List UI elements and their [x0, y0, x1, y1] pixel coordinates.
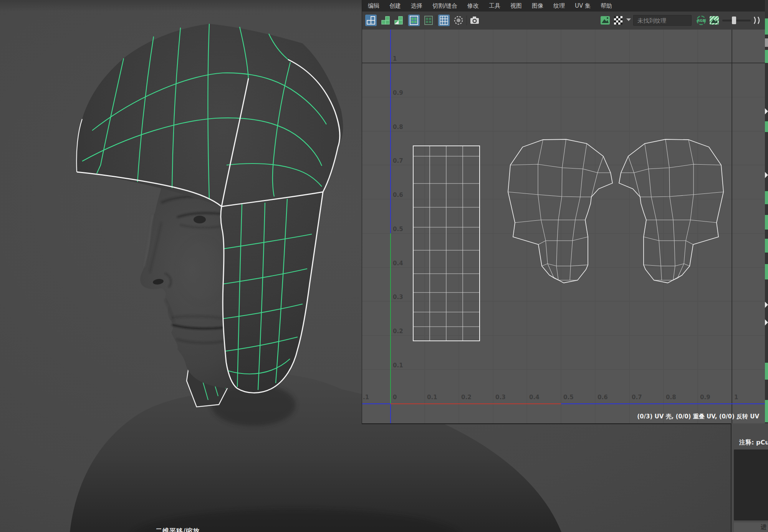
right-toolkit-strip — [765, 0, 768, 423]
exposure-slider-handle[interactable] — [732, 17, 736, 24]
menu-image[interactable]: 图像 — [527, 0, 548, 12]
y-tick: 0.2 — [393, 328, 403, 334]
toolbar-separator — [467, 15, 467, 25]
dim-image-icon[interactable] — [453, 15, 464, 26]
menu-view[interactable]: 视图 — [505, 0, 527, 12]
checker-dropdown-caret[interactable] — [626, 18, 631, 21]
clipped-icon — [765, 363, 768, 380]
y-tick: 0.4 — [393, 260, 403, 266]
notes-label: 注释: pCub — [739, 439, 768, 447]
uv-snapshot-camera-icon[interactable] — [469, 15, 480, 26]
x-tick: .1 — [363, 394, 369, 400]
y-tick: 1 — [393, 56, 397, 62]
clipped-arrow-icon — [765, 319, 768, 325]
clipped-icon — [765, 191, 768, 204]
x-tick: 0.3 — [495, 394, 506, 400]
clipped-icon — [765, 400, 768, 422]
uv-toolbar: 未找到纹理 RGB — [362, 12, 765, 30]
x-tick: 0.8 — [666, 394, 676, 400]
notes-object-name: pCub — [756, 439, 768, 446]
panel-bottom-bar: 进 — [734, 522, 768, 532]
uv-shaded-icon[interactable] — [380, 15, 391, 26]
uv-shell-border-icon[interactable] — [365, 15, 377, 26]
y-tick: 0.3 — [393, 294, 403, 300]
clipped-arrow-icon — [765, 302, 768, 308]
x-tick: 0.1 — [427, 394, 437, 400]
x-tick: 0.6 — [598, 394, 608, 400]
x-tick: 0 — [393, 394, 397, 400]
texture-name-field[interactable]: 未找到纹理 — [633, 15, 692, 26]
x-tick: 1 — [734, 394, 738, 400]
clipped-icon — [765, 215, 768, 230]
menu-edit[interactable]: 编辑 — [363, 0, 384, 12]
rgb-channels-icon[interactable]: RGB — [695, 15, 707, 26]
exposure-slider[interactable] — [722, 20, 751, 21]
menu-texture[interactable]: 纹理 — [548, 0, 570, 12]
checker-map-icon[interactable] — [612, 15, 624, 26]
striped-image-icon[interactable] — [708, 15, 720, 26]
texture-borders-off-icon[interactable] — [423, 15, 434, 26]
menu-cut-sew[interactable]: 切割/缝合 — [427, 0, 462, 12]
menu-uv-sets[interactable]: UV 集 — [570, 0, 596, 12]
uv-status-bar: (0/3) UV 壳, (0/0) 重叠 UV, (0/0) 反转 UV — [637, 413, 759, 420]
toolbar-separator — [436, 15, 436, 25]
y-tick: 0.1 — [393, 362, 403, 368]
y-tick: 0.7 — [393, 158, 403, 164]
menu-help[interactable]: 帮助 — [596, 0, 617, 12]
x-tick: 0.5 — [563, 394, 574, 400]
clipped-icon — [765, 38, 768, 47]
clipped-icon — [765, 50, 768, 63]
menu-tools[interactable]: 工具 — [484, 0, 505, 12]
clipped-button-text: 进 — [761, 524, 766, 531]
uv-menubar: 编辑 创建 选择 切割/缝合 修改 工具 视图 图像 纹理 UV 集 帮助 — [362, 0, 765, 12]
y-tick: 0.5 — [393, 226, 403, 232]
x-tick: 0.9 — [700, 394, 710, 400]
x-tick: 0.4 — [529, 394, 540, 400]
clipped-icon — [765, 18, 768, 35]
pan-zoom-label: 二维平移/缩放 — [156, 527, 200, 532]
y-tick: 0.6 — [393, 192, 403, 198]
uv-editor-window: 编辑 创建 选择 切割/缝合 修改 工具 视图 图像 纹理 UV 集 帮助 — [362, 0, 765, 424]
menu-create[interactable]: 创建 — [384, 0, 406, 12]
toolbar-separator — [406, 15, 406, 25]
menu-select[interactable]: 选择 — [406, 0, 427, 12]
x-tick: 0.2 — [461, 394, 472, 400]
uv-canvas[interactable]: .1 0 0.1 0.2 0.3 0.4 0.5 0.6 0.7 0.8 0.9… — [362, 30, 765, 423]
clipped-icon — [765, 239, 768, 253]
clipped-icon — [765, 264, 768, 279]
eye-iris — [194, 216, 206, 223]
clipped-arrow-icon — [765, 108, 768, 114]
uv-shaded-cut-icon[interactable] — [393, 15, 404, 26]
display-image-icon[interactable] — [599, 15, 611, 26]
overflow-chevrons-icon[interactable] — [752, 15, 762, 25]
clipped-icon — [765, 121, 768, 132]
x-tick: 0.7 — [632, 394, 642, 400]
cheek-highlight — [178, 238, 225, 303]
grid-icon[interactable] — [438, 15, 450, 26]
texture-borders-icon[interactable] — [408, 15, 420, 26]
y-tick: 0.8 — [393, 124, 403, 130]
clipped-arrow-icon — [765, 172, 768, 178]
notes-textarea[interactable] — [734, 449, 768, 520]
attribute-notes-panel: 注释: pCub 进 — [731, 423, 768, 532]
uv-grid — [362, 30, 765, 423]
svg-text:RGB: RGB — [697, 19, 705, 23]
y-tick: 0.9 — [393, 90, 403, 96]
menu-modify[interactable]: 修改 — [462, 0, 484, 12]
